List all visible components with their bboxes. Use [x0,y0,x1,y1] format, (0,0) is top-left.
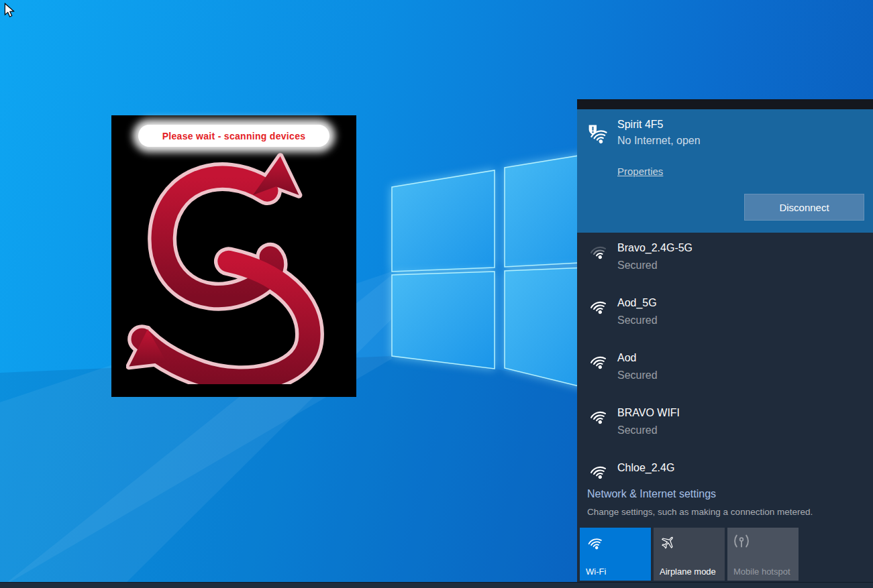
settings-hint-text: Change settings, such as making a connec… [587,507,813,517]
network-ssid: BRAVO WIFI [617,407,680,419]
properties-link[interactable]: Properties [617,166,663,177]
connected-ssid: Spirit 4F5 [617,119,663,131]
network-ssid: Aod [617,352,636,364]
windows-logo [392,152,604,392]
network-item[interactable]: Chloe_2.4G [577,453,873,479]
network-internet-settings-link[interactable]: Network & Internet settings [587,488,716,500]
network-item[interactable]: BRAVO WIFI Secured [577,398,873,453]
disconnect-button[interactable]: Disconnect [744,194,864,221]
network-item[interactable]: Aod Secured [577,343,873,398]
network-ssid: Bravo_2.4G-5G [617,242,692,254]
wifi-flyout-panel: Spirit 4F5 No Internet, open Properties … [577,99,873,582]
wifi-tile-label: Wi-Fi [586,567,606,577]
wifi-signal-icon [588,296,611,317]
network-status: Secured [617,259,658,272]
airplane-icon [660,534,677,551]
network-status: Secured [617,369,658,381]
airplane-mode-tile-label: Airplane mode [660,567,716,577]
scanning-banner: Please wait - scanning devices [138,125,329,147]
wifi-tile[interactable]: Wi-Fi [580,528,651,581]
red-s-logo-icon [126,153,342,384]
network-list: Bravo_2.4G-5G Secured Aod_5G Secured [577,233,873,479]
mobile-hotspot-tile-label: Mobile hotspot [733,567,790,577]
mouse-cursor [4,3,15,19]
wifi-signal-icon [588,406,611,427]
wifi-signal-icon [588,241,611,262]
airplane-mode-tile[interactable]: Airplane mode [654,528,725,581]
wifi-signal-icon [588,461,611,479]
scanner-window: Please wait - scanning devices [111,115,356,397]
connected-status: No Internet, open [617,135,701,147]
flyout-top-strip [577,99,873,109]
desktop: Please wait - scanning devices [0,0,873,588]
mobile-hotspot-icon [733,534,750,548]
wifi-signal-icon [588,351,611,372]
wifi-icon [586,534,606,552]
quick-action-tiles: Wi-Fi Airplane mode Mobile hotspot [580,528,799,581]
connected-network-item[interactable]: Spirit 4F5 No Internet, open Properties … [577,109,873,233]
taskbar[interactable] [0,582,873,588]
network-ssid: Chloe_2.4G [617,462,674,474]
mobile-hotspot-tile[interactable]: Mobile hotspot [727,528,799,581]
network-status: Secured [617,314,658,327]
network-ssid: Aod_5G [617,297,657,309]
network-item[interactable]: Aod_5G Secured [577,288,873,343]
scanning-banner-text: Please wait - scanning devices [162,131,306,141]
network-status: Secured [617,424,658,436]
wifi-no-internet-icon [588,124,612,147]
network-item[interactable]: Bravo_2.4G-5G Secured [577,233,873,288]
